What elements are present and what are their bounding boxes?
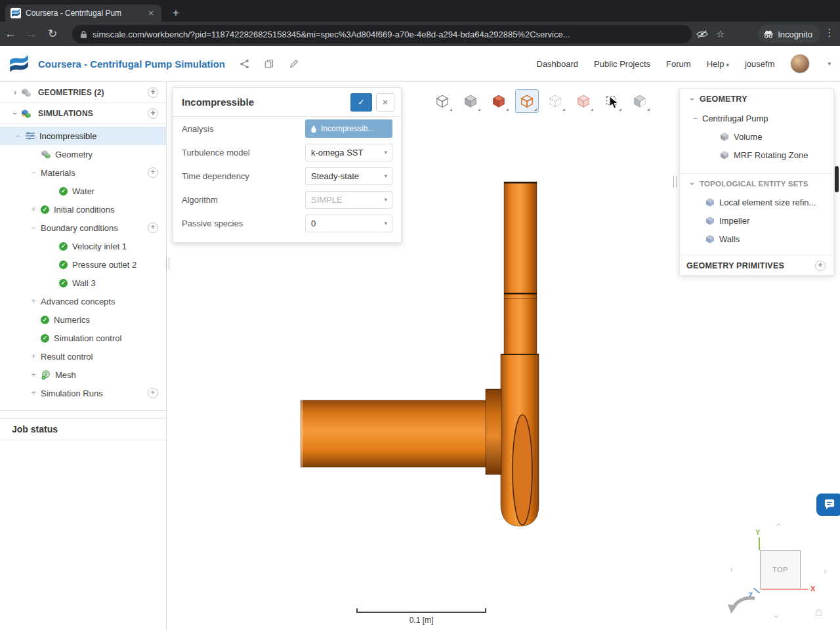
bookmark-star-icon[interactable]: ☆ <box>714 28 727 41</box>
orientation-cube[interactable]: TOP <box>760 550 801 589</box>
collapse-icon[interactable]: − <box>13 131 22 140</box>
chevron-right-icon[interactable]: › <box>10 88 20 97</box>
add-boundary-condition-button[interactable]: + <box>148 222 158 233</box>
avatar[interactable] <box>790 54 810 74</box>
transparent-surfaces-button[interactable] <box>572 89 595 113</box>
geometry-item-volume[interactable]: Volume <box>680 127 833 146</box>
tree-item-result-control[interactable]: + Result control <box>0 347 166 366</box>
orbit-rotate-icon[interactable] <box>726 591 760 621</box>
collapse-icon[interactable]: − <box>690 114 700 123</box>
browser-menu-icon[interactable]: ⋮ <box>823 27 836 39</box>
geometries-section-header[interactable]: › GEOMETRIES (2) + <box>0 82 166 103</box>
tree-item-simulation-runs[interactable]: + Simulation Runs + <box>0 384 166 402</box>
tree-item-mesh[interactable]: + Mesh <box>0 366 166 384</box>
tree-item-simulation-control[interactable]: ✓ Simulation control <box>0 329 166 347</box>
new-tab-button[interactable]: + <box>168 5 184 21</box>
close-panel-button[interactable]: ✕ <box>376 93 394 112</box>
rotate-right-arrow[interactable]: › <box>824 565 827 576</box>
solid-shaded-button[interactable] <box>459 89 482 113</box>
nav-forum[interactable]: Forum <box>666 59 691 69</box>
project-title: Coursera - Centrifugal Pump Simulation <box>38 58 225 70</box>
confirm-button[interactable]: ✓ <box>350 93 372 112</box>
url-bar[interactable]: simscale.com/workbench/?pid=118742282682… <box>72 25 692 43</box>
tree-item-incompressible[interactable]: − Incompressible <box>0 127 166 145</box>
tab-title: Coursera - Centrifugal Pum <box>26 9 146 18</box>
surfaces-edges-button-active[interactable] <box>515 89 539 113</box>
tree-item-numerics[interactable]: ✓ Numerics <box>0 310 166 329</box>
wireframe-points-button[interactable] <box>543 89 567 113</box>
add-simulation-button[interactable]: + <box>148 108 158 119</box>
scrollbar-thumb[interactable] <box>835 166 839 192</box>
chat-bubble-icon <box>824 499 835 510</box>
rotate-up-arrow[interactable]: › <box>776 519 779 530</box>
refresh-icon[interactable]: ↻ <box>42 27 63 41</box>
add-material-button[interactable]: + <box>148 167 158 178</box>
passive-species-select[interactable]: 0▾ <box>305 215 392 232</box>
turbulence-model-select[interactable]: k-omega SST▾ <box>305 144 392 161</box>
collapse-icon[interactable]: − <box>29 168 38 177</box>
expand-icon[interactable]: + <box>29 370 38 379</box>
time-dependency-select[interactable]: Steady-state▾ <box>305 167 392 185</box>
add-geometry-button[interactable]: + <box>148 87 158 98</box>
expand-icon[interactable]: + <box>29 388 38 398</box>
rotate-left-arrow[interactable]: › <box>730 565 733 576</box>
tree-item-velocity-inlet-1[interactable]: ✓ Velocity inlet 1 <box>0 237 166 255</box>
analysis-type-chip[interactable]: Incompressib... <box>305 119 392 138</box>
collapse-icon[interactable]: − <box>29 223 38 232</box>
clip-section-button[interactable] <box>628 89 652 113</box>
account-caret-icon[interactable]: ▾ <box>828 60 831 67</box>
rotate-down-arrow[interactable]: › <box>776 611 779 622</box>
topo-item-walls[interactable]: Walls <box>680 230 833 248</box>
browser-tab[interactable]: Coursera - Centrifugal Pum ✕ <box>5 5 161 22</box>
tree-item-materials[interactable]: − Materials + <box>0 163 166 182</box>
share-icon[interactable] <box>238 58 250 70</box>
favicon-simscale <box>10 8 21 18</box>
nav-public-projects[interactable]: Public Projects <box>594 59 650 69</box>
view-cube-outline-button[interactable] <box>430 89 454 113</box>
dropdown-corner-icon <box>562 108 565 111</box>
topo-item-local-element-size[interactable]: Local element size refin... <box>680 193 833 211</box>
add-geometry-primitive-button[interactable]: + <box>815 261 826 271</box>
tab-close-icon[interactable]: ✕ <box>146 9 156 18</box>
username[interactable]: jousefm <box>745 59 775 69</box>
dropdown-corner-icon <box>534 108 537 111</box>
copy-project-icon[interactable] <box>263 58 275 70</box>
tree-item-advanced-concepts[interactable]: + Advanced concepts <box>0 292 166 310</box>
home-view-icon[interactable]: ⌂ <box>815 604 822 619</box>
geometry-item-mrf-rotating-zone[interactable]: MRF Rotating Zone <box>680 146 833 164</box>
chevron-down-icon[interactable]: › <box>688 94 697 104</box>
edit-pencil-icon[interactable] <box>288 58 300 70</box>
nav-dashboard[interactable]: Dashboard <box>537 59 579 69</box>
nav-help[interactable]: Help▾ <box>707 59 729 69</box>
mrf-cube-icon <box>719 150 730 160</box>
geometry-primitives-header[interactable]: GEOMETRY PRIMITIVES + <box>680 255 833 276</box>
expand-icon[interactable]: + <box>29 297 38 306</box>
job-status-header[interactable]: Job status <box>0 418 166 440</box>
chat-support-button[interactable] <box>816 494 840 516</box>
tree-item-wall-3[interactable]: ✓ Wall 3 <box>0 274 166 292</box>
analysis-type-icon <box>25 131 35 141</box>
topo-item-impeller[interactable]: Impeller <box>680 211 833 230</box>
right-panel-resize-grip[interactable] <box>673 176 677 188</box>
chevron-down-icon[interactable]: › <box>10 109 20 118</box>
add-simulation-run-button[interactable]: + <box>148 388 158 398</box>
check-icon: ✓ <box>41 334 49 343</box>
tree-item-initial-conditions[interactable]: + ✓ Initial conditions <box>0 200 166 219</box>
eye-blocked-icon[interactable] <box>696 28 709 41</box>
forward-icon[interactable]: → <box>21 28 42 41</box>
tree-item-pressure-outlet-2[interactable]: ✓ Pressure outlet 2 <box>0 255 166 274</box>
tree-item-water[interactable]: ✓ Water <box>0 182 166 200</box>
geometry-section-header[interactable]: › GEOMETRY <box>680 89 833 109</box>
sidebar-resize-grip[interactable] <box>166 258 169 270</box>
axis-y <box>759 537 760 550</box>
back-icon[interactable]: ← <box>0 28 21 41</box>
tree-item-geometry[interactable]: Geometry <box>0 145 166 163</box>
expand-icon[interactable]: + <box>29 205 38 214</box>
topological-entity-sets-header[interactable]: › TOPOLOGICAL ENTITY SETS <box>680 173 833 193</box>
tree-item-boundary-conditions[interactable]: − Boundary conditions + <box>0 219 166 237</box>
expand-icon[interactable]: + <box>29 352 38 361</box>
simulations-section-header[interactable]: › SIMULATIONS + <box>0 103 166 124</box>
geometry-root-centrifugal-pump[interactable]: − Centrifugal Pump <box>680 109 833 127</box>
surfaces-shaded-button[interactable] <box>487 89 511 113</box>
chevron-down-icon[interactable]: › <box>688 179 697 188</box>
